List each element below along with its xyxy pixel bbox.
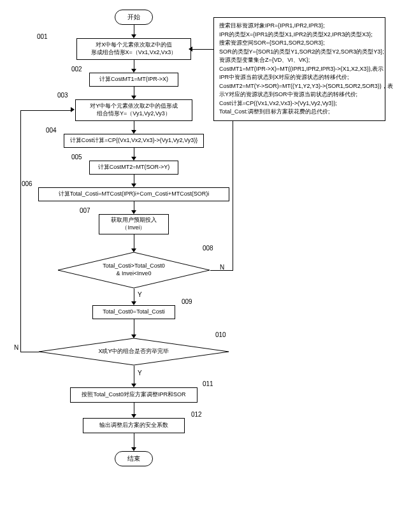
arrow-line (134, 403, 134, 415)
legend-line: Total_Cost:调整到目标方案获花费的总代价; (219, 108, 380, 117)
arrow-line (134, 234, 134, 250)
step-009-text: Total_Cost0=Total_Costi (103, 308, 164, 316)
step-010-text: X或Y中的组合是否穷举完毕 (85, 348, 182, 356)
step-011: 按照Total_Cost0对应方案调整IPR和SOR (70, 387, 198, 403)
end-terminator: 结束 (115, 451, 153, 466)
step-number-001: 001 (37, 33, 48, 40)
step-number-011: 011 (203, 380, 213, 387)
legend-box: 搜索目标资源对象IPR={IPR1,IPR2,IPR3}; IPR的类型X={I… (213, 17, 385, 121)
step-012-text: 输出调整后方案的安全系数 (99, 422, 168, 429)
step-number-008: 008 (203, 245, 213, 252)
branch-yes-010: Y (138, 370, 142, 377)
step-006-text: 计算Total_Costi=MTCost(IPR)i+Com_Costi+MTC… (59, 191, 209, 198)
legend-line: 示Y对应的资源状态到SOR中资源当前状态的转移代价; (219, 90, 380, 99)
step-number-003: 003 (57, 92, 68, 99)
arrow-head (189, 47, 192, 52)
step-001: 对X中每个元素依次取Z中的值形成组合情形X=（Vx1,Vx2,Vx3） (76, 38, 191, 60)
legend-line: 搜索资源空间SOR={SOR1,SOR2,SOR3}; (219, 39, 380, 48)
arrow-line (20, 110, 21, 352)
step-004-text: 计算Cost计算=CP{(Vx1,Vx2,Vx3)->(Vy1,Vy2,Vy3)… (70, 137, 198, 145)
arrow-line (20, 110, 73, 111)
legend-line: IPR中资源当前状态到X对应的资源状态的转移代价; (219, 73, 380, 82)
arrow-line (20, 352, 39, 352)
step-number-009: 009 (182, 298, 192, 305)
step-005: 计算CostMT2=MT(SOR->Y) (89, 161, 178, 175)
step-004: 计算Cost计算=CP{(Vx1,Vx2,Vx3)->(Vy1,Vy2,Vy3)… (64, 134, 204, 148)
arrow-head (71, 107, 75, 112)
legend-line: SOR的类型Y={SOR1的类型Y1,SOR2的类型Y2,SOR3的类型Y3}; (219, 48, 380, 57)
legend-line: CostMT2=MT(Y->SOR)=MT((Y1,Y2,Y3)->(SOR1,… (219, 82, 380, 91)
step-007: 获取用户预期投入（Invei） (99, 214, 169, 234)
step-number-005: 005 (71, 154, 82, 161)
arrow-line (134, 366, 134, 385)
step-number-006: 006 (22, 180, 32, 187)
step-005-text: 计算CostMT2=MT(SOR->Y) (98, 164, 170, 171)
step-002-text: 计算CostMT1=MT(IPR->X) (99, 76, 168, 83)
legend-line: CostMT1=MT(IPR->X)=MT((IPR1,IPR2,IPR3)->… (219, 65, 380, 74)
step-003: 对Y中每个元素依次取Z中的值形成组合情形Y=（Vy1,Vy2,Vy3） (75, 99, 192, 121)
legend-line: 资源类型变量集合Z={VD、VI、VK}; (219, 56, 380, 65)
arrow-line (134, 319, 134, 336)
arrow-line (134, 289, 134, 303)
end-text: 结束 (127, 454, 140, 463)
step-012: 输出调整后方案的安全系数 (83, 418, 185, 433)
branch-no-010: N (14, 344, 18, 351)
step-011-text: 按照Total_Cost0对应方案调整IPR和SOR (82, 391, 185, 399)
step-number-002: 002 (71, 66, 82, 73)
legend-line: 搜索目标资源对象IPR={IPR1,IPR2,IPR3}; (219, 22, 380, 31)
arrow-line (210, 270, 233, 271)
legend-line: Cost计算=CP((Vx1,Vx2,Vx3)->(Vy1,Vy2,Vy3)); (219, 99, 380, 108)
start-terminator: 开始 (115, 10, 153, 25)
step-001-text: 对X中每个元素依次取Z中的值形成组合情形X=（Vx1,Vx2,Vx3） (91, 41, 177, 56)
step-009: Total_Cost0=Total_Costi (92, 305, 175, 319)
arrow-line (134, 433, 134, 449)
step-number-007: 007 (80, 207, 90, 214)
step-010: X或Y中的组合是否穷举完毕 (38, 338, 229, 366)
step-007-text: 获取用户预期投入（Invei） (111, 217, 157, 231)
legend-line: IPR的类型X={IPR1的类型X1,IPR2的类型X2,IPR3的类型X3}; (219, 31, 380, 40)
step-008-text: Total_Costi>Total_Cost0& Invei<Inve0 (90, 262, 177, 277)
branch-yes-008: Y (138, 291, 142, 298)
step-003-text: 对Y中每个元素依次取Z中的值形成组合情形Y=（Vy1,Vy2,Vy3） (90, 103, 178, 117)
start-text: 开始 (127, 13, 140, 22)
step-number-004: 004 (46, 127, 57, 134)
step-008: Total_Costi>Total_Cost0& Invei<Inve0 (57, 252, 210, 289)
step-002: 计算CostMT1=MT(IPR->X) (89, 73, 178, 87)
step-number-012: 012 (191, 411, 202, 418)
step-006: 计算Total_Costi=MTCost(IPR)i+Com_Costi+MTC… (38, 187, 229, 201)
